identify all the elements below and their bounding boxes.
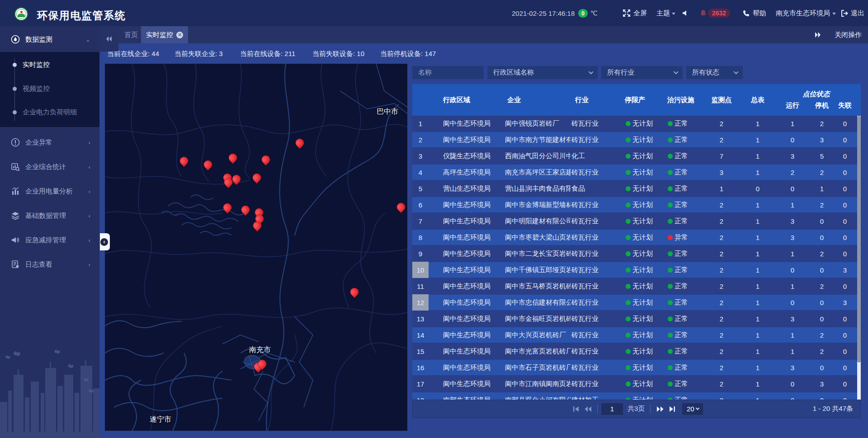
row-run: 1 (775, 116, 810, 132)
sidebar-item-base-data[interactable]: 基础数据管理 ‹ (0, 206, 99, 226)
close-operations-button[interactable]: 关闭操作 (835, 26, 862, 43)
row-lost: 0 (834, 311, 856, 327)
row-meter: 1 (740, 278, 775, 294)
row-region: 营山生态环境局 (429, 180, 496, 197)
notification-bell-icon[interactable] (700, 0, 707, 26)
next-page-button[interactable] (654, 403, 666, 415)
prev-page-button[interactable] (582, 403, 594, 415)
status-dot-icon (626, 284, 631, 289)
status-filter-select[interactable]: 所有状态 (686, 66, 743, 79)
table-row[interactable]: 8 阆中生态环境局 阆中市枣碧大梁山页岩 砖瓦行业 无计划 异常 2 1 3 0… (412, 230, 861, 246)
mute-icon[interactable] (682, 0, 689, 26)
row-run: 3 (775, 311, 810, 327)
map-panel[interactable]: 巴中市南充市遂宁市 (105, 64, 407, 431)
row-points: 2 (703, 262, 740, 278)
help-button[interactable]: 帮助 (743, 0, 766, 26)
sidebar-subitem-label: 视频监控 (23, 85, 50, 93)
tab-close-icon[interactable]: ✕ (176, 32, 183, 38)
table-row[interactable]: 15 阆中生态环境局 阆中市光富页岩机砖厂 砖瓦行业 无计划 正常 2 1 1 … (412, 344, 861, 360)
sidebar-subitem-realtime-monitor[interactable]: 实时监控 (0, 58, 99, 71)
temperature-unit: ℃ (590, 0, 598, 26)
table-row[interactable]: 13 阆中生态环境局 阆中市金福旺页岩机砖 砖瓦行业 无计划 正常 2 1 3 … (412, 311, 861, 327)
scrollbar-thumb[interactable] (857, 116, 861, 363)
row-index: 9 (412, 245, 429, 262)
last-page-button[interactable] (666, 403, 678, 415)
row-industry: 砖瓦行业 (571, 229, 611, 245)
row-region: 阆中生态环境局 (429, 116, 496, 132)
sidebar-item-data-monitor[interactable]: 数据监测 ⌄ (0, 29, 99, 49)
fullscreen-button[interactable]: 全屏 (623, 0, 647, 26)
sidebar-item-label: 企业综合统计 (25, 163, 66, 171)
stat-offline-companies: 当前失联企业: 3 (175, 50, 223, 58)
table-row[interactable]: 3 仪陇生态环境局 西南油气田分公司川中 化工 无计划 正常 7 1 3 5 0 (412, 148, 861, 165)
table-row[interactable]: 5 营山生态环境局 营山县润丰肉食品有限 食品 无计划 正常 1 0 0 1 0 (412, 181, 861, 197)
table-row[interactable]: 6 阆中生态环境局 阆中市金博瑞新型墙材 砖瓦行业 无计划 正常 2 1 1 2… (412, 197, 861, 213)
table-row[interactable]: 11 阆中生态环境局 阆中市五马桥页岩机砖 砖瓦行业 无计划 正常 2 1 1 … (412, 278, 861, 295)
row-run: 1 (775, 343, 810, 359)
row-treat-status: 正常 (659, 213, 703, 229)
first-page-button[interactable] (570, 403, 582, 415)
row-points: 2 (703, 245, 740, 262)
logout-icon (841, 10, 848, 17)
logout-button[interactable]: 退出 (841, 0, 864, 26)
table-row[interactable]: 1 阆中生态环境局 阆中强锐页岩砖厂 砖瓦行业 无计划 正常 2 1 1 2 0 (412, 116, 861, 132)
sidebar-item-label: 数据监测 (25, 35, 52, 44)
tab-bar: 首页 实时监控 ✕ 关闭操作 (99, 26, 868, 43)
row-run: 3 (775, 229, 810, 245)
row-industry: 砖瓦行业 (571, 116, 611, 132)
row-region: 阆中生态环境局 (429, 229, 496, 245)
col-points: 监测点 (703, 84, 740, 116)
name-filter-input[interactable]: 名称 (412, 66, 484, 79)
row-industry: 砖瓦行业 (571, 294, 611, 311)
layers-icon (11, 211, 20, 220)
tabs-scroll-right-button[interactable] (814, 32, 821, 40)
tabs-scroll-left-button[interactable] (99, 26, 118, 52)
status-dot-icon (626, 219, 631, 224)
row-meter: 1 (740, 245, 775, 262)
org-dropdown[interactable]: 南充市生态环境局 (776, 0, 836, 26)
map-collapse-button[interactable]: ‹ (100, 233, 110, 250)
table-scrollbar[interactable] (857, 116, 861, 400)
table-row[interactable]: 2 阆中生态环境局 阆中市南方节能建材有 砖瓦行业 无计划 正常 2 1 0 3… (412, 132, 861, 148)
status-dot-icon (668, 381, 673, 386)
row-stop: 2 (810, 343, 834, 359)
sidebar-subitem-video-monitor[interactable]: 视频监控 (0, 82, 99, 95)
row-company: 阆中千佛镇五郎垭页岩 (496, 262, 571, 278)
data-panel: 名称 行政区域名称 所有行业 所有状态 行政区域 企业 行业 停限产 治污设施 … (412, 64, 861, 431)
row-points: 7 (703, 148, 740, 164)
table-row[interactable]: 16 阆中生态环境局 阆中市石子页岩机砖厂 砖瓦行业 无计划 正常 2 1 3 … (412, 360, 861, 376)
table-row[interactable]: 4 高坪生态环境局 南充市高坪区王家店建 砖瓦行业 无计划 正常 3 1 2 2… (412, 165, 861, 181)
tab-home[interactable]: 首页 (118, 26, 144, 43)
table-row[interactable]: 7 阆中生态环境局 阆中明阳建材有限公司 砖瓦行业 无计划 正常 2 1 3 0… (412, 213, 861, 230)
sidebar-item-company-abnormal[interactable]: 企业异常 ‹ (0, 132, 99, 152)
sidebar-item-emergency-reduce[interactable]: 应急减排管理 ‹ (0, 230, 99, 250)
table-row[interactable]: 12 阆中生态环境局 阆中市忠信建材有限公 砖瓦行业 无计划 正常 2 1 0 … (412, 295, 861, 311)
tab-realtime-monitor[interactable]: 实时监控 ✕ (141, 26, 188, 43)
industry-filter-select[interactable]: 所有行业 (601, 66, 683, 79)
sidebar-subitem-power-load-detail[interactable]: 企业电力负荷明细 (0, 105, 99, 119)
row-region: 阆中生态环境局 (429, 311, 496, 327)
row-run: 0 (775, 132, 810, 148)
table-row[interactable]: 17 阆中生态环境局 阆中市江南镇阆南页岩 砖瓦行业 无计划 正常 2 1 0 … (412, 376, 861, 392)
row-region: 阆中生态环境局 (429, 294, 496, 311)
notification-count-badge[interactable]: 2632 (708, 9, 730, 18)
row-points: 1 (703, 180, 740, 197)
col-company: 企业 (485, 84, 571, 116)
sidebar-item-log-view[interactable]: 日志查看 ‹ (0, 254, 99, 274)
theme-dropdown[interactable]: 主题 (656, 0, 675, 26)
status-dot-icon (668, 365, 673, 370)
sidebar-item-power-analysis[interactable]: 企业用电量分析 ‹ (0, 181, 99, 201)
chevron-left-icon: ‹ (89, 261, 90, 268)
status-dot-icon (626, 268, 631, 273)
sidebar-item-company-statistics[interactable]: 企业综合统计 ‹ (0, 157, 99, 177)
table-row[interactable]: 18 南部生态环境局 南部县双化小河有限公 建材加工 无计划 正常 2 1 0 … (412, 392, 861, 400)
row-index: 5 (412, 180, 429, 197)
table-row[interactable]: 10 阆中生态环境局 阆中千佛镇五郎垭页岩 砖瓦行业 无计划 正常 2 1 0 … (412, 262, 861, 278)
page-size-select[interactable]: 20 (682, 403, 703, 415)
table-row[interactable]: 9 阆中生态环境局 阆中市二龙长宝页岩砖 砖瓦行业 无计划 正常 2 1 1 2… (412, 246, 861, 262)
chevron-left-icon: ‹ (89, 237, 90, 244)
row-points: 2 (703, 197, 740, 213)
page-number-input[interactable]: 1 (601, 403, 623, 415)
region-filter-select[interactable]: 行政区域名称 (487, 66, 598, 79)
table-row[interactable]: 14 阆中生态环境局 阆中大兴页岩机砖厂 砖瓦行业 无计划 正常 2 1 1 2… (412, 327, 861, 344)
